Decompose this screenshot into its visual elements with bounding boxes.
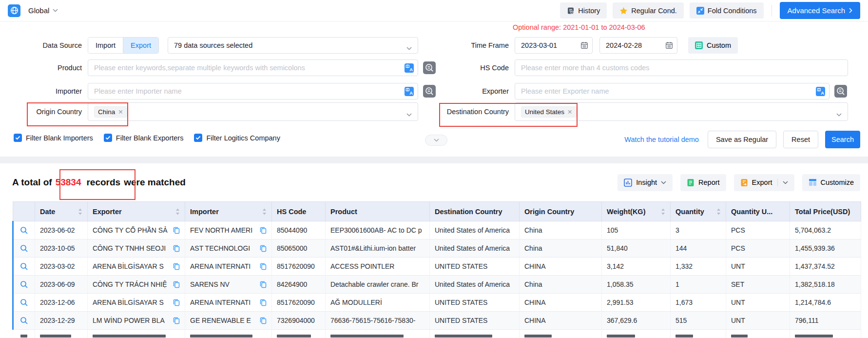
remove-tag-icon[interactable]: ✕ [567, 108, 572, 116]
collapse-conditions-toggle[interactable] [425, 135, 447, 146]
preview-magnifier-icon[interactable] [20, 280, 28, 289]
preview-magnifier-icon[interactable] [20, 298, 28, 307]
sort-icon[interactable] [175, 208, 180, 215]
checkbox-filter-blank-exporters[interactable]: Filter Blank Exporters [104, 134, 184, 142]
tab-export[interactable]: Export [123, 38, 158, 53]
history-label: History [578, 7, 600, 15]
sort-icon[interactable] [716, 208, 721, 215]
translate-icon[interactable]: A [405, 87, 414, 96]
preview-magnifier-icon[interactable] [20, 262, 28, 271]
exact-match-icon[interactable] [423, 85, 436, 98]
copy-icon[interactable] [260, 281, 267, 288]
exact-match-icon[interactable] [834, 85, 847, 98]
calendar-icon[interactable] [580, 41, 588, 49]
cell-exporter: LM WİND POWER BLA [88, 312, 185, 330]
copy-icon[interactable] [260, 263, 267, 270]
customize-button[interactable]: Customize [802, 174, 861, 191]
custom-range-button[interactable]: Custom [688, 37, 738, 54]
chevron-down-icon [53, 9, 58, 12]
save-as-regular-button[interactable]: Save as Regular [708, 131, 776, 148]
copy-icon[interactable] [260, 245, 267, 252]
column-header-weight_kg[interactable]: Weight(KG) [602, 202, 671, 221]
importer-name: AST TECHNOLOGI [190, 244, 250, 252]
cell-product: Detachable crawler crane. Br [326, 276, 430, 294]
hs-code-input[interactable] [515, 60, 848, 76]
globe-logo-icon [8, 4, 20, 17]
copy-icon[interactable] [173, 227, 180, 234]
column-header-date[interactable]: Date [35, 202, 88, 221]
product-input[interactable] [88, 60, 418, 76]
records-table: DateExporterImporterHS CodeProductDestin… [12, 201, 861, 338]
cell-product: EEP30061600AB- AC to DC p [326, 221, 430, 239]
copy-icon[interactable] [173, 281, 180, 288]
form-actions: Watch the tutorial demo Save as Regular … [624, 131, 860, 148]
checkbox-filter-blank-importers[interactable]: Filter Blank Importers [14, 134, 93, 142]
exact-match-icon[interactable] [423, 61, 436, 74]
translate-icon[interactable]: A [405, 63, 414, 73]
preview-magnifier-icon[interactable] [20, 244, 28, 253]
cell-importer: ARENA INTERNATI [185, 258, 272, 276]
remove-tag-icon[interactable]: ✕ [118, 108, 123, 116]
results-total: A total of 53834 records were matched [12, 177, 186, 188]
cell-exporter: ARENA BİLGİSAYAR S [88, 258, 185, 276]
importer-input[interactable] [88, 83, 418, 99]
reset-button[interactable]: Reset [783, 131, 818, 148]
column-header-exporter[interactable]: Exporter [88, 202, 185, 221]
calendar-icon[interactable] [665, 41, 673, 49]
table-row: 2023-06-09CÔNG TY TRÁCH NHIỆSARENS NV842… [13, 276, 861, 294]
exporter-name: ARENA BİLGİSAYAR S [93, 262, 164, 270]
column-header-destination_country: Destination Country [430, 202, 520, 221]
tutorial-demo-link[interactable]: Watch the tutorial demo [624, 136, 699, 143]
column-label: Exporter [93, 208, 122, 216]
region-selector[interactable]: Global [28, 6, 58, 15]
cell-date: 2023-12-06 [35, 294, 88, 312]
sort-icon[interactable] [78, 208, 82, 215]
origin-country-select[interactable]: China ✕ [88, 102, 418, 121]
preview-magnifier-icon[interactable] [20, 317, 28, 325]
destination-country-select[interactable]: United States ✕ [515, 102, 848, 121]
clipped-cell [35, 330, 88, 338]
translate-icon[interactable]: A [816, 87, 825, 96]
export-button[interactable]: Export [734, 174, 794, 191]
row-preview-cell [13, 294, 35, 312]
optional-range-hint: Optional range: 2021-01-01 to 2024-03-06 [513, 23, 645, 31]
tab-import[interactable]: Import [88, 38, 123, 53]
importer-name: SARENS NV [190, 280, 230, 288]
chevron-down-icon [783, 181, 788, 184]
copy-icon[interactable] [260, 317, 267, 324]
column-label: Origin Country [524, 208, 574, 216]
custom-grid-icon [695, 41, 703, 49]
table-row: 2023-10-05CÔNG TY TNHH SEOJIAST TECHNOLO… [13, 239, 861, 258]
search-form: Optional range: 2021-01-01 to 2024-03-06… [0, 21, 868, 157]
copy-icon[interactable] [260, 227, 267, 234]
fold-conditions-button[interactable]: Fold Conditions [690, 2, 764, 19]
copy-icon[interactable] [173, 263, 180, 270]
sort-icon[interactable] [262, 208, 267, 215]
regular-cond-button[interactable]: Regular Cond. [613, 2, 684, 19]
history-button[interactable]: History [560, 2, 607, 19]
sort-icon[interactable] [661, 208, 665, 215]
table-head: DateExporterImporterHS CodeProductDestin… [13, 202, 861, 221]
copy-icon[interactable] [173, 245, 180, 252]
filter-checkboxes: Filter Blank Importers Filter Blank Expo… [14, 134, 280, 142]
checkbox-filter-logitics-company[interactable]: Filter Logitics Company [194, 134, 280, 142]
insight-button[interactable]: Insight [617, 174, 673, 191]
copy-icon[interactable] [173, 317, 180, 324]
data-source-field: Import Export 79 data sources selected [88, 37, 418, 54]
copy-icon[interactable] [260, 299, 267, 306]
report-button[interactable]: Report [680, 174, 726, 191]
exporter-input[interactable] [515, 83, 829, 99]
column-header-quantity[interactable]: Quantity [671, 202, 726, 221]
cell-quantity: 1,673 [671, 294, 726, 312]
data-sources-select[interactable]: 79 data sources selected [168, 37, 418, 54]
column-header-importer[interactable]: Importer [185, 202, 272, 221]
search-button[interactable]: Search [825, 131, 860, 148]
total-suffix: were matched [124, 177, 186, 188]
hs-code-field [515, 60, 848, 76]
custom-label: Custom [707, 41, 731, 49]
copy-icon[interactable] [173, 299, 180, 306]
advanced-search-button[interactable]: Advanced Search [780, 2, 860, 19]
form-row-data-source: Data Source Import Export 79 data source… [0, 37, 848, 54]
insight-label: Insight [636, 179, 657, 186]
preview-magnifier-icon[interactable] [20, 226, 28, 235]
